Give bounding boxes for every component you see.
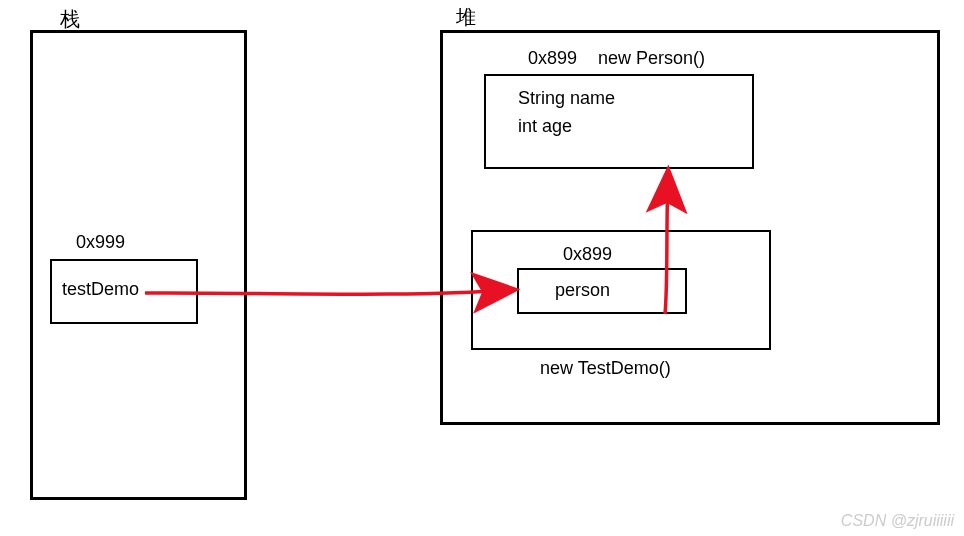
heap-title: 堆 [456,4,476,31]
stack-variable-label: testDemo [62,279,139,300]
stack-title: 栈 [60,6,80,33]
watermark: CSDN @zjruiiiiii [841,512,954,530]
stack-address-label: 0x999 [76,232,125,253]
testdemo-constructor-label: new TestDemo() [540,358,671,379]
testdemo-inner-box: person [517,268,687,314]
stack-variable-box: testDemo [50,259,198,324]
person-address-label: 0x899 [528,48,577,69]
person-object-box: String name int age [484,74,754,169]
person-field2: int age [518,116,572,137]
person-constructor-label: new Person() [598,48,705,69]
testdemo-inner-variable: person [555,280,610,301]
person-field1: String name [518,88,615,109]
testdemo-inner-address: 0x899 [563,244,612,265]
